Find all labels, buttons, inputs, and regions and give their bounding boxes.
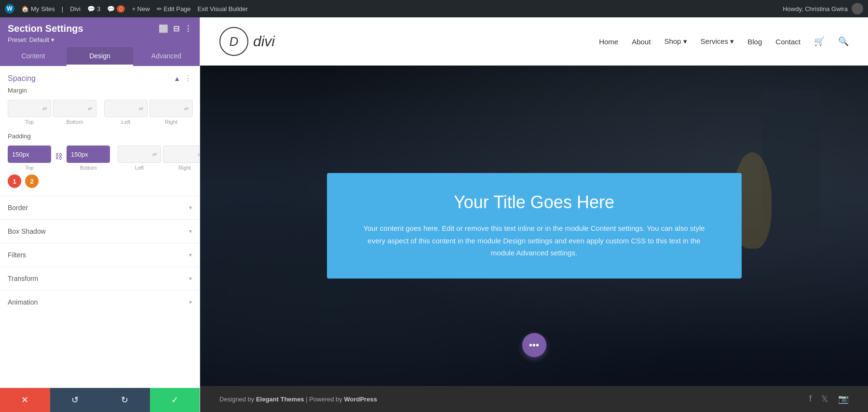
padding-right-label: Right: [178, 165, 191, 171]
logo-circle: D: [219, 27, 248, 56]
comments-link[interactable]: 💬 3: [87, 5, 100, 13]
howdy-text: Howdy, Christina Gwira: [783, 5, 848, 13]
nav-shop[interactable]: Shop ▾: [664, 37, 687, 46]
badge-1[interactable]: 1: [8, 174, 21, 188]
cancel-button[interactable]: ✕: [0, 388, 50, 412]
site-footer: Designed by Elegant Themes | Powered by …: [200, 386, 868, 412]
margin-bottom-group: ⇌ Bottom: [53, 100, 96, 125]
hero-section: Your Title Goes Here Your content goes h…: [200, 66, 868, 386]
redo-button[interactable]: ↻: [100, 388, 150, 412]
new-link[interactable]: + New: [132, 5, 149, 13]
wordpress-link[interactable]: WordPress: [344, 396, 377, 403]
spacing-section-header: Spacing ▲ ⋮: [0, 66, 200, 87]
more-icon[interactable]: ⋮: [184, 24, 192, 33]
panel-preset[interactable]: Preset: Default: [8, 36, 192, 43]
nav-blog[interactable]: Blog: [747, 38, 762, 46]
margin-group: Margin ⇌ Top ⇌ Bottom: [0, 87, 200, 133]
spacing-toggle[interactable]: ▲: [174, 75, 180, 82]
floating-dots-button[interactable]: •••: [522, 333, 546, 357]
margin-left-input[interactable]: ⇌: [104, 100, 148, 117]
padding-right-link[interactable]: ⇌: [198, 151, 200, 158]
accordion-header[interactable]: Box Shadow ▾: [0, 220, 200, 243]
admin-bar: W 🏠My Sites | Divi 💬 3 💬 0 + New ✏ Edit …: [0, 0, 868, 17]
nav-contact[interactable]: Contact: [775, 38, 800, 46]
nav-home[interactable]: Home: [599, 38, 618, 46]
instagram-icon[interactable]: 📷: [838, 394, 849, 404]
padding-top-input[interactable]: 150px: [8, 146, 51, 163]
margin-bottom-label: Bottom: [67, 119, 83, 125]
twitter-icon[interactable]: 𝕏: [821, 394, 828, 404]
undo-button[interactable]: ↺: [50, 388, 100, 412]
margin-top-label: Top: [25, 119, 34, 125]
undo-icon: ↺: [71, 395, 79, 405]
exit-builder-link[interactable]: Exit Visual Builder: [198, 5, 248, 13]
tab-design[interactable]: Design: [67, 47, 133, 66]
panel-body: Spacing ▲ ⋮ Margin ⇌ Top: [0, 66, 200, 388]
edit-page-link[interactable]: ✏ Edit Page: [157, 5, 191, 13]
redo-icon: ↻: [121, 395, 128, 405]
accordion-header[interactable]: Border ▾: [0, 196, 200, 219]
margin-top-link[interactable]: ⇌: [42, 106, 47, 112]
margin-bottom-input[interactable]: ⇌: [53, 100, 96, 117]
margin-bottom-link[interactable]: ⇌: [88, 106, 92, 112]
padding-inputs: 150px Top ⛓ 150px Bottom: [8, 144, 192, 171]
nav-about[interactable]: About: [632, 38, 651, 46]
accordion-header[interactable]: Animation ▾: [0, 291, 200, 314]
badge-2[interactable]: 2: [25, 174, 39, 188]
padding-badges: 1 2: [8, 174, 192, 188]
tab-advanced[interactable]: Advanced: [133, 47, 200, 66]
accordion-header[interactable]: Transform ▾: [0, 267, 200, 290]
margin-right-link[interactable]: ⇌: [184, 106, 189, 112]
dots-icon: •••: [529, 340, 539, 351]
panel-title-text: Section Settings: [8, 23, 83, 34]
left-panel: Section Settings ⬜ ⊟ ⋮ Preset: Default C…: [0, 17, 200, 412]
powered-by-text: | Powered by: [304, 396, 344, 403]
padding-left-link[interactable]: ⇌: [152, 151, 157, 158]
tab-content[interactable]: Content: [0, 47, 67, 66]
margin-right-input[interactable]: ⇌: [149, 100, 193, 117]
elegant-themes-link[interactable]: Elegant Themes: [256, 396, 304, 403]
panel-header: Section Settings ⬜ ⊟ ⋮ Preset: Default: [0, 17, 200, 47]
hero-text: Your content goes here. Edit or remove t…: [356, 222, 713, 259]
accordion-border: Border ▾: [0, 196, 200, 219]
comment-badge-link[interactable]: 💬 0: [107, 5, 125, 13]
logo-text: divi: [253, 33, 275, 50]
designed-by-text: Designed by: [219, 396, 256, 403]
accordion-transform: Transform ▾: [0, 266, 200, 290]
save-button[interactable]: ✓: [150, 388, 200, 412]
logo-letter: D: [230, 34, 239, 49]
margin-right-group: ⇌ Right: [149, 100, 193, 125]
margin-right-label: Right: [165, 119, 177, 125]
padding-left-label: Left: [135, 165, 144, 171]
panel-title-icons: ⬜ ⊟ ⋮: [159, 24, 192, 33]
padding-bottom-value: 150px: [71, 151, 106, 158]
margin-inputs: ⇌ Top ⇌ Bottom: [8, 98, 192, 125]
wordpress-icon[interactable]: W: [5, 4, 14, 13]
search-icon[interactable]: 🔍: [838, 36, 849, 47]
padding-group: Padding 150px Top ⛓ 150px: [0, 133, 200, 196]
margin-top-group: ⇌ Top: [8, 100, 51, 125]
chevron-down-icon: ▾: [189, 228, 192, 235]
facebook-icon[interactable]: f: [809, 394, 812, 404]
padding-top-value: 150px: [12, 151, 47, 158]
padding-left-input[interactable]: ⇌: [118, 146, 161, 163]
divi-link[interactable]: Divi: [70, 5, 81, 13]
padding-right-input[interactable]: ⇌: [163, 146, 200, 163]
margin-top-input[interactable]: ⇌: [8, 100, 51, 117]
margin-left-link[interactable]: ⇌: [139, 106, 143, 112]
expand-icon[interactable]: ⬜: [159, 24, 168, 33]
spacing-menu[interactable]: ⋮: [184, 74, 192, 83]
site-header: D divi Home About Shop ▾ Services ▾ Blog…: [200, 17, 868, 66]
layout-icon[interactable]: ⊟: [173, 24, 179, 33]
padding-bottom-input[interactable]: 150px: [67, 146, 110, 163]
accordion-header[interactable]: Filters ▾: [0, 243, 200, 266]
padding-link-icon[interactable]: ⛓: [53, 152, 65, 161]
site-nav: Home About Shop ▾ Services ▾ Blog Contac…: [599, 36, 849, 47]
cart-icon[interactable]: 🛒: [814, 36, 825, 47]
my-sites-link[interactable]: 🏠My Sites: [21, 5, 55, 13]
chevron-down-icon: ▾: [189, 299, 192, 306]
accordion-animation: Animation ▾: [0, 290, 200, 314]
nav-services[interactable]: Services ▾: [701, 37, 734, 46]
user-avatar: [852, 3, 863, 14]
padding-right-group: ⇌ Right: [163, 146, 200, 171]
